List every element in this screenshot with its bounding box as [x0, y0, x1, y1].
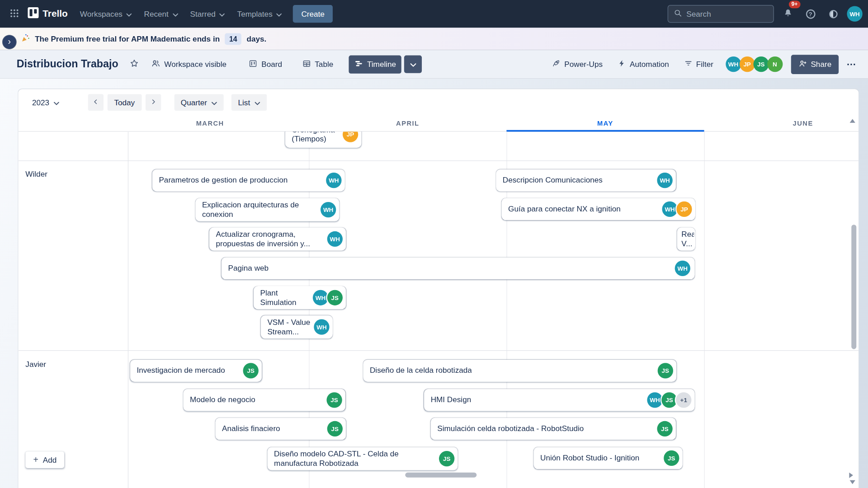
menu-recent[interactable]: Recent — [138, 5, 184, 23]
notifications: 9+ — [779, 5, 797, 23]
board-title[interactable]: Distribucion Trabajo — [8, 58, 123, 70]
filter-button[interactable]: Filter — [679, 55, 719, 73]
view-timeline-button[interactable]: Timeline — [349, 55, 402, 73]
topnav-right: 9+ WH — [668, 5, 863, 23]
today-button[interactable]: Today — [108, 94, 142, 111]
premium-trial-banner: The Premium free trial for APM Madematic… — [0, 28, 868, 50]
zoom-select[interactable]: Quarter — [174, 94, 224, 111]
timeline-card[interactable]: Diseño modelo CAD-STL - Celda de manufac… — [267, 447, 458, 470]
trello-logo-text: Trello — [42, 8, 68, 19]
app-switcher-button[interactable] — [5, 5, 23, 23]
member-avatar: JS — [658, 363, 673, 378]
timeline-card[interactable]: Modelo de negocio JS — [183, 389, 345, 411]
menu-workspaces[interactable]: Workspaces — [75, 5, 137, 23]
trello-logo-icon — [28, 7, 38, 21]
timeline-card[interactable]: Pagina web WH — [222, 257, 695, 279]
board-members: WH JP JS N — [727, 56, 783, 72]
member-avatar: WH — [675, 261, 690, 276]
month-label: JUNE — [704, 116, 859, 131]
member-avatar[interactable]: N — [767, 56, 783, 72]
bell-icon — [783, 8, 793, 19]
board-header: Distribucion Trabajo Workspace visible B… — [0, 50, 868, 79]
power-ups-button[interactable]: Power-Ups — [546, 55, 608, 73]
timeline-card[interactable]: VSM - Value Stream... WH — [261, 315, 333, 338]
board-menu-button[interactable] — [843, 55, 860, 73]
question-icon — [806, 9, 815, 19]
card-title: Investigacion de mercado — [137, 366, 225, 375]
banner-days-chip: 14 — [225, 33, 241, 45]
timeline-card[interactable]: Diseño de la celda robotizada JS — [363, 360, 676, 382]
user-avatar[interactable]: WH — [847, 6, 862, 21]
month-label: MARCH — [111, 116, 309, 131]
vertical-scrollbar-thumb[interactable] — [851, 225, 856, 349]
card-title: HMI Design — [431, 395, 472, 405]
lane-label-wilder: Wilder — [25, 169, 47, 178]
lane-label-column-border — [128, 131, 128, 488]
timeline-card[interactable]: Guía para conectar NX a ignition WH JP — [501, 198, 695, 220]
next-period-button[interactable] — [145, 94, 160, 111]
filter-icon — [684, 59, 692, 69]
search-input[interactable] — [686, 9, 768, 19]
timeline-icon — [354, 59, 363, 69]
add-lane-button[interactable]: Add — [25, 451, 64, 468]
timeline-card[interactable]: Simulación celda robotizada - RobotStudi… — [431, 418, 676, 440]
share-button[interactable]: Share — [791, 55, 839, 74]
notification-badge: 9+ — [788, 0, 800, 8]
scroll-right-arrow[interactable] — [849, 473, 853, 478]
card-title: Simulación celda robotizada - RobotStudi… — [437, 424, 584, 434]
workspace-visibility-button[interactable]: Workspace visible — [146, 55, 232, 74]
menu-starred[interactable]: Starred — [184, 5, 231, 23]
timeline-card[interactable]: Plant Simulation WH JS — [254, 286, 346, 309]
board-header-right: Power-Ups Automation Filter WH JP JS N S… — [546, 55, 860, 74]
menu-templates[interactable]: Templates — [231, 5, 287, 23]
create-button[interactable]: Create — [293, 5, 333, 23]
timeline-panel: 2023 Today Quarter List MARCH APRIL MAY … — [18, 89, 859, 488]
timeline-card[interactable]: Descripcion Comunicaciones WH — [496, 169, 676, 192]
horizontal-scrollbar-thumb[interactable] — [405, 473, 476, 478]
view-table-button[interactable]: Table — [297, 55, 339, 73]
board-canvas: 2023 Today Quarter List MARCH APRIL MAY … — [0, 79, 868, 488]
card-title: Parametros de gestion de produccion — [159, 176, 288, 185]
scroll-down-arrow[interactable] — [850, 480, 855, 484]
timeline-card[interactable]: Explicacion arquitecturas de conexion WH — [195, 198, 339, 221]
timeline-card[interactable]: Cronograma (Tiempos) JP — [285, 131, 362, 148]
view-switcher-chevron-button[interactable] — [404, 55, 422, 73]
member-avatar[interactable]: JS — [753, 56, 769, 72]
timeline-card-clipped[interactable]: Rea V... — [677, 227, 695, 250]
card-title: Modelo de negocio — [190, 395, 255, 405]
help-button[interactable] — [802, 5, 819, 23]
trello-logo[interactable]: Trello — [24, 7, 73, 21]
member-avatar[interactable]: JP — [739, 56, 755, 72]
member-avatar[interactable]: WH — [726, 56, 741, 72]
share-person-icon — [798, 59, 807, 69]
table-icon — [302, 59, 311, 69]
theme-toggle-button[interactable] — [824, 5, 842, 23]
timeline-card[interactable]: Analisis finaciero JS — [215, 418, 346, 440]
group-by-select[interactable]: List — [231, 94, 267, 111]
member-avatar: WH — [662, 202, 677, 217]
scroll-up-arrow[interactable] — [850, 119, 855, 123]
member-avatar: JS — [657, 421, 672, 436]
prev-period-button[interactable] — [88, 94, 104, 111]
chevron-right-icon — [150, 98, 156, 107]
timeline-card[interactable]: HMI Design WH JS +1 — [424, 389, 695, 411]
star-board-button[interactable] — [124, 55, 144, 74]
year-select[interactable]: 2023 — [25, 94, 66, 111]
month-label-current: MAY — [506, 116, 704, 131]
member-avatar: WH — [326, 173, 341, 188]
timeline-card[interactable]: Investigacion de mercado JS — [130, 360, 262, 382]
card-title: Analisis finaciero — [222, 424, 280, 434]
timeline-card[interactable]: Actualizar cronograma, propuestas de inv… — [209, 227, 346, 250]
star-icon — [129, 59, 139, 70]
view-board-button[interactable]: Board — [243, 55, 288, 73]
automation-button[interactable]: Automation — [612, 55, 675, 73]
member-avatar: JP — [676, 202, 692, 217]
expand-sidebar-button[interactable] — [2, 35, 17, 49]
member-avatar: JS — [327, 290, 343, 305]
member-avatar: JS — [664, 450, 679, 466]
timeline-card[interactable]: Unión Robot Studio - Ignition JS — [533, 447, 682, 469]
member-avatar: WH — [321, 202, 336, 217]
member-avatar: WH — [647, 392, 662, 408]
timeline-card[interactable]: Parametros de gestion de produccion WH — [152, 169, 345, 192]
month-gridline — [704, 131, 705, 488]
